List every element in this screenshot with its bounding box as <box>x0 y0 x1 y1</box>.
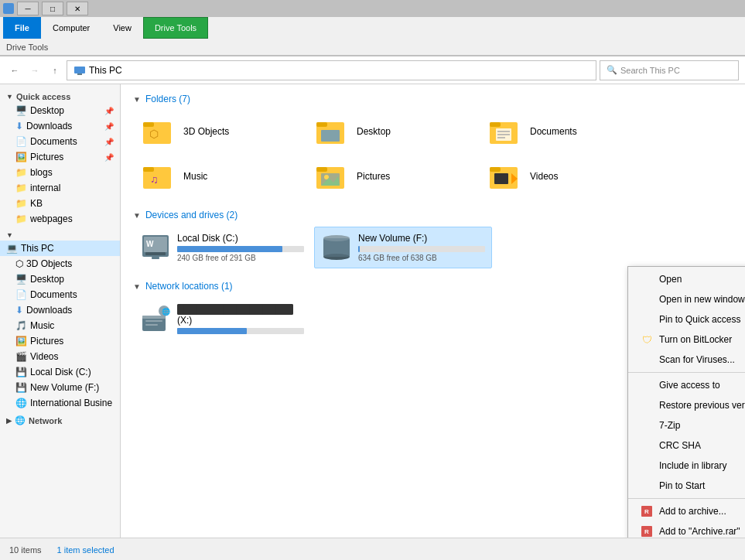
svg-rect-39 <box>145 320 162 322</box>
ctx-7zip[interactable]: 7-Zip ▶ <box>628 415 745 435</box>
pictures-icon: 🖼️ <box>15 152 27 162</box>
ctx-open-icon <box>641 273 653 285</box>
close-btn[interactable]: ✕ <box>67 2 88 15</box>
ribbon-toolbar: Drive Tools <box>0 39 745 56</box>
ctx-add-archive[interactable]: R Add to archive... <box>628 501 745 521</box>
drive-f-free: 634 GB free of 638 GB <box>358 254 485 262</box>
ctx-restore-versions[interactable]: Restore previous versions <box>628 395 745 415</box>
svg-text:W: W <box>146 240 154 248</box>
content-area: ▼ Folders (7) ⬡ 3D Objects <box>121 84 745 538</box>
ctx-bitlocker[interactable]: 🛡 Turn on BitLocker <box>628 330 745 350</box>
ctx-pin-start[interactable]: Pin to Start <box>628 476 745 496</box>
sidebar-group-quick-access[interactable]: ▼ Quick access <box>0 87 120 103</box>
ctx-open-new-window[interactable]: Open in new window <box>628 289 745 309</box>
ctx-pin-quick-access[interactable]: Pin to Quick access <box>628 309 745 330</box>
this-pc-icon: 💻 <box>6 243 18 254</box>
sidebar-item-desktop-qa[interactable]: 🖥️ Desktop 📌 <box>0 103 120 118</box>
folder-icon: 📁 <box>15 198 27 209</box>
sidebar-item-documents-qa[interactable]: 📄 Documents 📌 <box>0 134 120 149</box>
drive-c-name: Local Disk (C:) <box>177 233 304 244</box>
sidebar-item-internal[interactable]: 📁 internal <box>0 180 120 196</box>
folder-item-music[interactable]: ♫ Music <box>133 155 303 197</box>
forward-button[interactable]: → <box>26 62 43 79</box>
tab-file[interactable]: File <box>3 17 41 39</box>
ctx-give-access-icon <box>641 379 653 391</box>
drive-item-f[interactable]: New Volume (F:) 634 GB free of 638 GB <box>314 227 492 268</box>
selected-count: 1 item selected <box>57 545 114 555</box>
folder-item-pictures[interactable]: Pictures <box>306 155 477 197</box>
sidebar-item-new-volume[interactable]: 💾 New Volume (F:) <box>0 380 120 395</box>
folder-name: Desktop <box>357 126 391 137</box>
context-menu: Open Open in new window Pin to Quick acc… <box>627 266 745 538</box>
sidebar-item-desktop[interactable]: 🖥️ Desktop <box>0 271 120 287</box>
pictures-big-icon <box>313 161 350 192</box>
maximize-btn[interactable]: □ <box>42 2 63 15</box>
videos-icon: 🎬 <box>15 351 27 362</box>
sidebar-item-kb[interactable]: 📁 KB <box>0 196 120 211</box>
ctx-7zip-icon <box>641 419 653 432</box>
sidebar-item-documents[interactable]: 📄 Documents <box>0 287 120 302</box>
network-hdd-icon: 🌐 <box>15 398 27 408</box>
ctx-open[interactable]: Open <box>628 269 745 289</box>
sidebar-item-videos[interactable]: 🎬 Videos <box>0 349 120 364</box>
sidebar-item-this-pc[interactable]: 💻 This PC <box>0 241 120 256</box>
address-bar: ← → ↑ This PC 🔍 Search This PC <box>0 56 745 84</box>
drive-f-bar-wrap <box>358 246 485 252</box>
svg-rect-36 <box>142 316 166 319</box>
folder-icon: 📁 <box>15 183 27 193</box>
folder-item-desktop[interactable]: Desktop <box>306 111 477 152</box>
app-icon <box>3 3 14 14</box>
svg-rect-0 <box>74 67 85 73</box>
sidebar-label: Downloads <box>26 305 72 316</box>
sidebar-item-downloads-qa[interactable]: ⬇ Downloads 📌 <box>0 118 120 134</box>
sidebar-item-music[interactable]: 🎵 Music <box>0 318 120 333</box>
tab-view[interactable]: View <box>101 17 143 39</box>
ctx-give-access[interactable]: Give access to ▶ <box>628 375 745 395</box>
address-path[interactable]: This PC <box>67 60 596 80</box>
sidebar-item-pictures[interactable]: 🖼️ Pictures <box>0 333 120 349</box>
main-layout: ▼ Quick access 🖥️ Desktop 📌 ⬇ Downloads … <box>0 84 745 538</box>
sidebar-item-pictures-qa[interactable]: 🖼️ Pictures 📌 <box>0 149 120 165</box>
svg-rect-40 <box>145 324 158 326</box>
ctx-pin-start-label: Pin to Start <box>659 480 705 491</box>
sidebar-group-this-pc[interactable]: ▼ <box>0 227 120 241</box>
sidebar-item-blogs[interactable]: 📁 blogs <box>0 165 120 180</box>
svg-text:♫: ♫ <box>150 173 159 186</box>
chevron-down-icon: ▼ <box>6 231 13 239</box>
drive-item-c[interactable]: W Local Disk (C:) 240 GB free of 291 GB <box>133 227 311 268</box>
ctx-add-archive-rar[interactable]: R Add to "Archive.rar" <box>628 521 745 538</box>
sidebar-item-local-disk[interactable]: 💾 Local Disk (C:) <box>0 364 120 380</box>
sidebar-group-network[interactable]: ▶ 🌐 Network <box>0 411 120 427</box>
search-box[interactable]: 🔍 Search This PC <box>600 60 739 80</box>
sidebar-item-3d-objects[interactable]: ⬡ 3D Objects <box>0 256 120 271</box>
back-button[interactable]: ← <box>6 62 23 79</box>
folder-item-documents[interactable]: Documents <box>480 111 650 152</box>
folder-item-3d-objects[interactable]: ⬡ 3D Objects <box>133 111 303 152</box>
ctx-crc-sha[interactable]: CRC SHA ▶ <box>628 435 745 456</box>
svg-rect-3 <box>143 122 154 127</box>
ctx-include-library[interactable]: Include in library ▶ <box>628 456 745 476</box>
folders-grid: ⬡ 3D Objects Desktop <box>133 111 733 197</box>
sidebar-item-webpages[interactable]: 📁 webpages <box>0 211 120 227</box>
sidebar-label: Music <box>30 320 54 331</box>
drives-section-header[interactable]: ▼ Devices and drives (2) <box>133 210 733 220</box>
desktop-icon: 🖥️ <box>15 105 27 116</box>
chevron-right-icon: ▼ <box>6 93 13 101</box>
ctx-scan-viruses[interactable]: Scan for Viruses... <box>628 350 745 370</box>
ctx-divider-2 <box>628 498 745 499</box>
ctx-pin-start-icon <box>641 480 653 492</box>
network-item-x[interactable]: 🌐 ████████████████████ (X:) <box>133 298 311 340</box>
pin-icon: 📌 <box>104 138 114 146</box>
up-button[interactable]: ↑ <box>46 62 63 79</box>
minimize-btn[interactable]: ─ <box>17 2 39 15</box>
drive-f-name: New Volume (F:) <box>358 233 485 244</box>
sidebar-item-intl-business[interactable]: 🌐 International Busine <box>0 395 120 411</box>
sidebar-label: Documents <box>30 289 77 300</box>
folder-item-videos[interactable]: Videos <box>480 155 650 197</box>
downloads-icon: ⬇ <box>15 121 23 131</box>
tab-computer[interactable]: Computer <box>41 17 101 39</box>
sidebar-item-downloads[interactable]: ⬇ Downloads <box>0 302 120 318</box>
tab-drive-tools[interactable]: Drive Tools <box>143 17 208 39</box>
folders-section-header[interactable]: ▼ Folders (7) <box>133 94 733 104</box>
network-x-name: (X:) <box>177 315 304 326</box>
